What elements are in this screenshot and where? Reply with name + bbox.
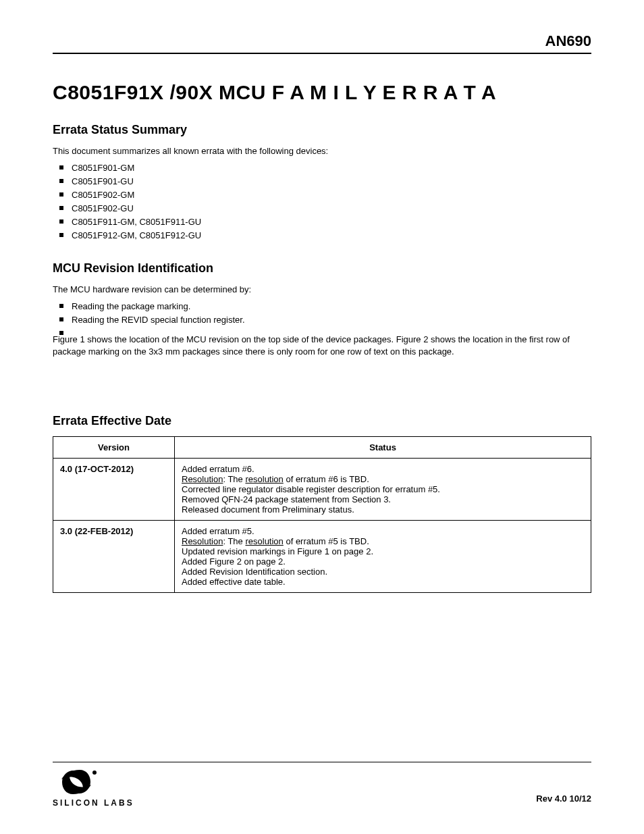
errata-table: Version Status 4.0 (17-OCT-2012)Added er…: [53, 436, 591, 593]
list-item: C8051F901-GU: [59, 175, 591, 188]
cell-status: Added erratum #5.Resolution: The resolut…: [175, 521, 591, 593]
table-row: 4.0 (17-OCT-2012)Added erratum #6.Resolu…: [53, 459, 591, 521]
device-list: C8051F901-GMC8051F901-GUC8051F902-GMC805…: [59, 161, 591, 243]
col-version: Version: [53, 437, 175, 459]
list-item: C8051F902-GM: [59, 188, 591, 202]
method-list: Reading the package marking.Reading the …: [59, 300, 591, 327]
list-item: C8051F911-GM, C8051F911-GU: [59, 215, 591, 229]
list-item: C8051F902-GU: [59, 202, 591, 215]
section-revision-heading: MCU Revision Identification: [53, 261, 591, 276]
cell-status: Added erratum #6.Resolution: The resolut…: [175, 459, 591, 521]
list-item: Reading the REVID special function regis…: [59, 313, 591, 327]
silicon-labs-logo: SILICON LABS: [53, 770, 154, 808]
doc-number: AN690: [545, 32, 591, 50]
status-intro: This document summarizes all known errat…: [53, 145, 591, 157]
revision-para: Figure 1 shows the location of the MCU r…: [53, 334, 591, 357]
cell-version: 4.0 (17-OCT-2012): [53, 459, 175, 521]
cell-version: 3.0 (22-FEB-2012): [53, 521, 175, 593]
list-item: Reading the package marking.: [59, 300, 591, 313]
col-status: Status: [175, 437, 591, 459]
footer-rule: [53, 762, 591, 762]
table-row: 3.0 (22-FEB-2012)Added erratum #5.Resolu…: [53, 521, 591, 593]
table-heading: Errata Effective Date: [53, 414, 591, 428]
footer-rev: Rev 4.0 10/12: [536, 793, 591, 804]
list-item: C8051F901-GM: [59, 161, 591, 175]
doc-title: C8051F91X /90X MCU F A M I L Y E R R A T…: [53, 81, 591, 104]
svg-point-0: [92, 771, 97, 775]
list-item: C8051F912-GM, C8051F912-GU: [59, 229, 591, 242]
section-status-heading: Errata Status Summary: [53, 123, 591, 137]
top-rule: [53, 53, 591, 54]
revision-intro: The MCU hardware revision can be determi…: [53, 284, 591, 296]
svg-text:SILICON LABS: SILICON LABS: [53, 798, 134, 808]
